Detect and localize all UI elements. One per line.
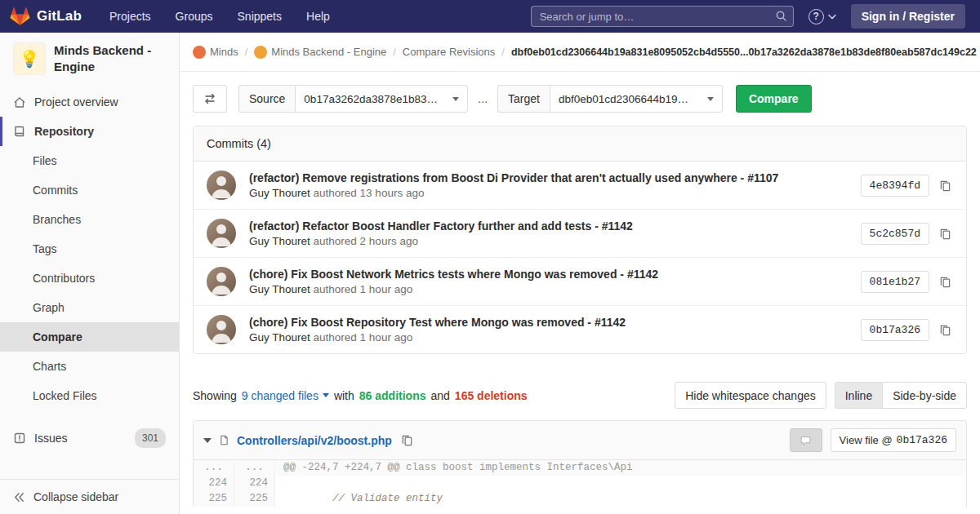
deletions-count: 165 deletions [455, 389, 528, 402]
copy-icon [939, 179, 951, 192]
commit-title-link[interactable]: (chore) Fix Boost Repository Test where … [249, 316, 626, 329]
breadcrumb-separator: / [393, 46, 396, 58]
file-icon [219, 434, 229, 446]
double-chevron-left-icon [13, 491, 25, 503]
hide-whitespace-button[interactable]: Hide whitespace changes [675, 382, 826, 409]
copy-sha-button[interactable] [938, 226, 953, 241]
sidebar-item-label: Issues [34, 430, 67, 446]
hunk-header-text: @@ -224,7 +224,7 @@ class boost implemen… [275, 460, 966, 476]
breadcrumb-project-link[interactable]: Minds Backend - Engine [254, 46, 386, 59]
author-avatar[interactable] [207, 219, 236, 248]
breadcrumb-current-sha-range: dbf0eb01cd2306644b19a831e8095052cb4d5550… [511, 47, 977, 58]
nav-item-snippets[interactable]: Snippets [238, 0, 282, 33]
old-line-number[interactable]: 225 [194, 491, 234, 507]
chevron-down-icon [828, 14, 836, 20]
sidebar-item-repository[interactable]: Repository [0, 117, 179, 146]
file-diff-header: Controllers/api/v2/boost.php View file @… [194, 421, 966, 460]
search-input[interactable] [531, 6, 794, 27]
sidebar-item-graph[interactable]: Graph [0, 293, 179, 322]
inline-view-button[interactable]: Inline [835, 382, 883, 409]
commit-sha-button[interactable]: 081e1b27 [861, 271, 929, 293]
copy-icon [939, 228, 951, 240]
gitlab-tanuki-icon [10, 7, 30, 26]
sidebar-item-locked-files[interactable]: Locked Files [0, 381, 179, 410]
breadcrumb-group-link[interactable]: Minds [193, 46, 238, 59]
sidebar-item-label: Project overview [34, 94, 118, 110]
new-line-expand[interactable]: ... [234, 460, 275, 476]
help-menu-button[interactable]: ? [808, 9, 836, 24]
nav-item-projects[interactable]: Projects [109, 0, 151, 33]
copy-sha-button[interactable] [938, 322, 953, 338]
repository-subnav: Files Commits Branches Tags Contributors… [0, 146, 179, 410]
collapse-sidebar-button[interactable]: Collapse sidebar [0, 479, 179, 514]
commit-title-link[interactable]: (refactor) Refactor Boost Handler Factor… [249, 219, 633, 233]
sidebar-item-tags[interactable]: Tags [0, 234, 179, 264]
sidebar-item-commits[interactable]: Commits [0, 175, 179, 205]
sidebar-item-branches[interactable]: Branches [0, 205, 179, 234]
commit-title-link[interactable]: (chore) Fix Boost Network Metrics tests … [249, 268, 658, 281]
with-label: with [334, 389, 354, 402]
copy-icon [939, 276, 951, 288]
source-revision-dropdown[interactable]: 0b17a3262da3878e1b83… [295, 85, 468, 113]
copy-icon [401, 434, 413, 446]
copy-sha-button[interactable] [938, 178, 953, 193]
view-file-sha: 0b17a326 [897, 434, 947, 446]
swap-revisions-button[interactable] [193, 85, 227, 113]
nav-item-help[interactable]: Help [306, 0, 330, 33]
old-line-number[interactable]: 224 [194, 476, 234, 491]
sidebar-item-files[interactable]: Files [0, 146, 179, 175]
breadcrumb-separator: / [245, 46, 248, 58]
commit-item: (refactor) Refactor Boost Handler Factor… [194, 209, 966, 257]
gitlab-brand-link[interactable]: GitLab [10, 7, 82, 26]
breadcrumb-separator: / [501, 46, 505, 58]
commit-authored-ago: authored 2 hours ago [314, 235, 418, 247]
sidebar-item-compare[interactable]: Compare [0, 322, 179, 352]
commit-title-link[interactable]: (refactor) Remove registrations from Boo… [249, 171, 778, 184]
project-avatar[interactable]: 💡 [13, 42, 46, 75]
commit-sha-button[interactable]: 0b17a326 [861, 319, 929, 341]
author-avatar[interactable] [207, 267, 236, 296]
sidebar-item-label: Repository [34, 123, 94, 140]
commit-sha-button[interactable]: 5c2c857d [861, 223, 929, 245]
sidebar-item-contributors[interactable]: Contributors [0, 264, 179, 293]
breadcrumb-compare-link[interactable]: Compare Revisions [403, 46, 495, 58]
toggle-file-comments-button[interactable] [790, 428, 822, 452]
target-revision-dropdown[interactable]: dbf0eb01cd2306644b19… [550, 85, 723, 113]
commit-item: (chore) Fix Boost Network Metrics tests … [194, 257, 966, 305]
commit-author-link[interactable]: Guy Thouret [249, 283, 310, 295]
new-line-number[interactable]: 224 [234, 476, 275, 491]
sidebar-item-issues[interactable]: Issues 301 [0, 422, 179, 454]
copy-file-path-button[interactable] [399, 432, 415, 448]
global-search [531, 6, 794, 27]
diff-table: ... ... @@ -224,7 +224,7 @@ class boost … [194, 460, 966, 507]
nav-item-groups[interactable]: Groups [176, 0, 213, 33]
compare-revisions-form: Source 0b17a3262da3878e1b83… ... Target … [180, 72, 980, 126]
compare-button[interactable]: Compare [736, 85, 812, 113]
diff-stats-bar: Showing 9 changed files with 86 addition… [193, 382, 967, 409]
view-file-button[interactable]: View file @ 0b17a326 [831, 428, 956, 452]
commit-author-link[interactable]: Guy Thouret [249, 235, 310, 247]
commit-item: (refactor) Remove registrations from Boo… [194, 162, 966, 209]
changed-files-summary: Showing 9 changed files with 86 addition… [193, 389, 528, 402]
author-avatar[interactable] [207, 171, 236, 200]
commit-author-link[interactable]: Guy Thouret [249, 331, 310, 343]
group-avatar [193, 46, 206, 59]
diff-hunk-row: ... ... @@ -224,7 +224,7 @@ class boost … [194, 460, 966, 476]
issues-count-badge: 301 [135, 428, 166, 448]
file-path-link[interactable]: Controllers/api/v2/boost.php [237, 434, 392, 447]
sidebar-item-charts[interactable]: Charts [0, 352, 179, 381]
project-name[interactable]: Minds Backend - Engine [54, 42, 166, 76]
commit-sha-button[interactable]: 4e8394fd [861, 175, 929, 197]
author-avatar[interactable] [207, 315, 236, 344]
new-line-number[interactable]: 225 [234, 491, 275, 507]
old-line-expand[interactable]: ... [194, 460, 234, 476]
side-by-side-view-button[interactable]: Side-by-side [883, 382, 967, 409]
changed-files-dropdown[interactable]: 9 changed files [242, 389, 329, 402]
sidebar-item-project-overview[interactable]: Project overview [0, 87, 179, 117]
additions-count: 86 additions [359, 389, 426, 402]
commit-author-link[interactable]: Guy Thouret [249, 187, 310, 199]
copy-sha-button[interactable] [938, 274, 953, 290]
collapse-file-caret[interactable] [203, 438, 212, 443]
chevron-down-icon [452, 97, 459, 101]
sign-in-register-button[interactable]: Sign in / Register [851, 4, 965, 29]
